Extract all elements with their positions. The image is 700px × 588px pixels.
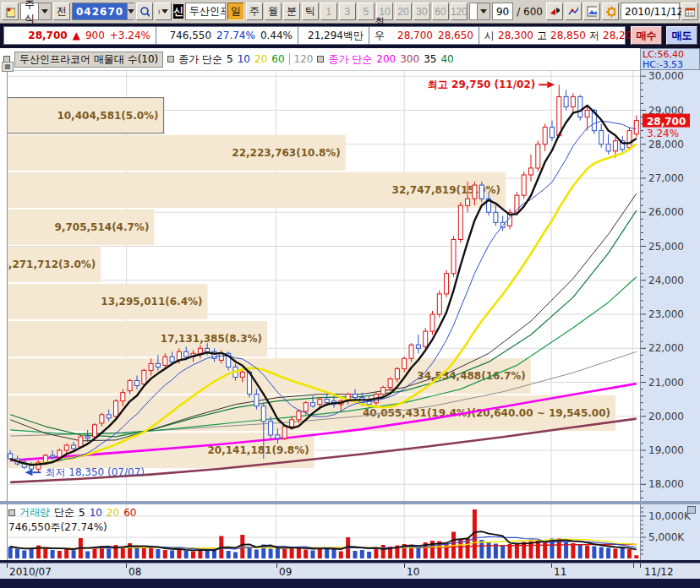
save-image-button[interactable] [583, 3, 600, 20]
svg-text:18,000: 18,000 [648, 478, 684, 490]
alert-sound-button[interactable] [155, 3, 172, 20]
x-axis-tick [126, 564, 127, 568]
volume-label: 거래량 [19, 505, 50, 520]
price-chart-pane[interactable]: 10,404,581(5.0%)22,223,763(10.8%)32,747,… [7, 70, 640, 501]
high-label: 고 [537, 29, 547, 43]
market-badge: 신 [173, 4, 183, 19]
memo-icon-button[interactable] [2, 3, 19, 20]
legend-checkbox[interactable] [167, 56, 174, 63]
minute-3-button[interactable]: 3 [339, 3, 356, 20]
chevron-down-icon [161, 9, 168, 14]
period-minute-button[interactable]: 분 [283, 3, 300, 20]
low-label: 저 [589, 29, 599, 43]
svg-text:26,000: 26,000 [648, 206, 684, 218]
x-axis-tick [633, 564, 634, 568]
price-change-pct: +3.24% [110, 30, 150, 41]
x-axis-tick [276, 564, 277, 568]
lc-hc-box: LC:56,40 HC:-3,53 [640, 48, 700, 70]
volume-field: 746,550 27.74% 0.44% [156, 27, 298, 44]
period-month-button[interactable]: 월 [265, 3, 282, 20]
volume-legend: 거래량 단순 5 10 20 60 746,550주(27.74%) [8, 505, 136, 535]
stock-code-value: 042670 [73, 6, 127, 18]
svg-text:13,295,011(6.4%): 13,295,011(6.4%) [101, 296, 202, 308]
price-axis[interactable]: 30,00029,00028,00027,00026,00025,00024,0… [640, 70, 700, 501]
svg-text:25,000: 25,000 [648, 241, 684, 253]
volume-value: 746,550 [169, 30, 211, 41]
minute-60-button[interactable]: 60 [432, 3, 449, 20]
vma10-legend: 10 [90, 507, 102, 519]
chevron-down-icon[interactable] [38, 3, 51, 19]
x-axis-tick [640, 564, 641, 568]
minute-120-button[interactable]: 120 [451, 3, 468, 20]
gear-icon [605, 6, 615, 18]
search-icon [139, 6, 150, 18]
value-field: 21,294백만 [298, 27, 369, 44]
stock-name-field[interactable]: 두산인프라코어 [185, 3, 226, 20]
stock-code-input[interactable]: 042670 [72, 3, 134, 20]
svg-text:24,000: 24,000 [648, 275, 684, 286]
x-axis-label: 11/12 [644, 566, 674, 578]
legend-checkbox[interactable] [317, 56, 324, 63]
legend-checkbox[interactable] [8, 509, 15, 516]
memo-icon [5, 6, 15, 18]
left-margin [0, 70, 7, 560]
period-day-button[interactable]: 일 [227, 3, 244, 20]
svg-text:9,705,514(4.7%): 9,705,514(4.7%) [55, 221, 150, 233]
volume-profile-button[interactable]: 두산인프라코어 매물대 수(10) [14, 52, 163, 68]
svg-text:6,271,712(3.0%): 6,271,712(3.0%) [7, 259, 96, 270]
ma120-legend: 120 [294, 53, 314, 65]
minute-20-button[interactable]: 20 [395, 3, 412, 20]
sell-button[interactable]: 매도 [666, 26, 697, 45]
asset-type-select[interactable]: 주식 [20, 3, 52, 20]
ma60-legend: 60 [271, 53, 284, 65]
price-change: 900 [85, 30, 105, 41]
up-arrow-icon: ▲ [73, 30, 80, 41]
collapse-pane-icon[interactable] [687, 506, 696, 514]
ma5-legend: 5 [227, 53, 233, 65]
x-axis-band: 2010/070809101111/12 [0, 563, 700, 579]
minute-30-button[interactable]: 30 [413, 3, 430, 20]
grid-tool-icon[interactable]: ▦ [2, 62, 14, 72]
date-input[interactable]: 2010/11/12 [621, 3, 680, 20]
price-axis-svg: 30,00029,00028,00027,00026,00025,00024,0… [641, 70, 700, 501]
period-tick-button[interactable]: 틱 [302, 3, 319, 20]
svg-text:22,000: 22,000 [648, 342, 684, 354]
svg-text:5,000K: 5,000K [648, 531, 685, 543]
indicator-setting-button[interactable] [565, 3, 582, 20]
svg-text:21,000: 21,000 [648, 377, 684, 389]
period-week-button[interactable]: 주 [246, 3, 263, 20]
ma35-legend: 35 [424, 53, 436, 65]
compare-chart-button[interactable] [546, 3, 563, 20]
main-toolbar: 주식 전 042670 신 두산인프라코어 일 주 월 분 틱 1 3 5 10… [0, 0, 700, 24]
interval-select[interactable] [469, 3, 490, 20]
svg-text:20,000: 20,000 [648, 411, 684, 422]
calendar-button[interactable] [681, 3, 698, 20]
calendar-icon [685, 7, 695, 17]
asset-type-value: 주식 [21, 0, 38, 26]
minute-1-button[interactable]: 1 [320, 3, 337, 20]
search-button[interactable] [136, 3, 153, 20]
chart-settings-button[interactable] [602, 3, 619, 20]
svg-text:19,000: 19,000 [648, 444, 684, 456]
ma10-legend: 10 [238, 53, 250, 65]
chart-header: 두산인프라코어 매물대 수(10) 종가 단순 5 10 20 60 120 종… [0, 48, 640, 70]
vma20-legend: 20 [107, 507, 119, 519]
buy-button[interactable]: 매수 [631, 26, 662, 45]
prev-stock-button[interactable]: 전 [53, 3, 70, 20]
hts-chart-window: 주식 전 042670 신 두산인프라코어 일 주 월 분 틱 1 3 5 10… [0, 0, 700, 588]
svg-text:28,700: 28,700 [647, 116, 686, 128]
bar-count-input[interactable]: 90 [492, 3, 513, 20]
chevron-down-icon[interactable] [477, 3, 489, 19]
chevron-down-icon[interactable] [127, 3, 134, 19]
open-label: 시 [484, 29, 495, 43]
bar-total-label: / 600 [515, 6, 544, 18]
x-axis-tick [7, 564, 8, 568]
minute-5-button[interactable]: 5 [358, 3, 375, 20]
ma300-legend: 300 [400, 53, 419, 65]
divider [289, 53, 290, 65]
trade-value: 21,294백만 [308, 29, 364, 43]
svg-text:34,534,488(16.7%): 34,534,488(16.7%) [417, 370, 526, 382]
ma1-label: 종가 단순 [178, 52, 222, 67]
best-quote-field: 최우선 28,700 28,650 [369, 27, 479, 44]
open-value: 28,300 [498, 30, 533, 41]
